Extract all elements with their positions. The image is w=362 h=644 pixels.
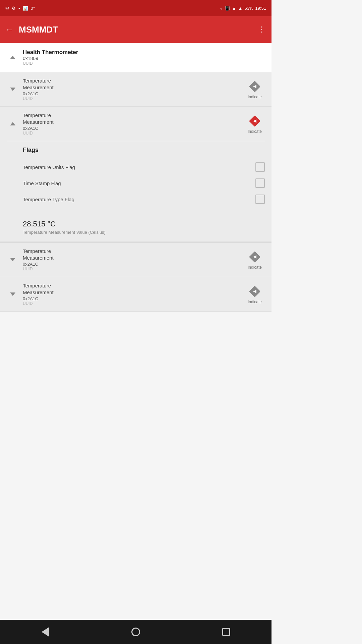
- flag-row-2: Time Stamp Flag: [23, 175, 272, 191]
- char2-indicate-icon: [247, 114, 262, 128]
- char4-name: TemperatureMeasurement: [23, 282, 241, 296]
- char-row-2-header: TemperatureMeasurement 0x2A1C UUID Indic…: [0, 107, 272, 141]
- char4-action[interactable]: Indicate: [245, 284, 265, 304]
- flag-row-1: Temperature Units Flag: [23, 159, 272, 175]
- status-left-icons: ✉ ⚙ ▪ 📊 0°: [5, 6, 35, 11]
- time-text: 19:51: [255, 6, 266, 11]
- service-info: Health Thermometer 0x1809 UUID: [23, 49, 78, 66]
- char-row-3: TemperatureMeasurement 0x2A1C UUID Indic…: [0, 243, 272, 277]
- wifi-icon: ▲: [232, 6, 236, 11]
- app-title: MSMMDT: [19, 24, 258, 35]
- status-right-icons: ⬦ 📳 ▲ ▲ 63% 19:51: [220, 6, 266, 11]
- char2-uuid-label: UUID: [23, 131, 241, 136]
- char1-indicate-icon: [247, 79, 262, 94]
- flags-section: Flags Temperature Units Flag Time Stamp …: [0, 141, 272, 213]
- char1-info: TemperatureMeasurement 0x2A1C UUID: [23, 77, 241, 101]
- char4-indicate-label: Indicate: [248, 300, 262, 304]
- char-row-2-container: TemperatureMeasurement 0x2A1C UUID Indic…: [0, 107, 272, 242]
- bluetooth-icon: ⬦: [220, 6, 223, 11]
- battery-text: 63%: [244, 6, 253, 11]
- temp-description: Temperature Measurement Value (Celsius): [23, 230, 272, 235]
- diamond-gray-svg: [248, 80, 261, 93]
- char3-chevron[interactable]: [7, 258, 19, 261]
- char3-indicate-label: Indicate: [248, 265, 262, 270]
- settings-icon: ⚙: [12, 6, 16, 11]
- signal-icon: ▲: [238, 6, 243, 11]
- flag2-checkbox[interactable]: [255, 178, 265, 188]
- diamond-gray-svg-3: [248, 251, 261, 263]
- service-name: Health Thermometer: [23, 49, 78, 56]
- char1-indicate-label: Indicate: [248, 95, 262, 99]
- nav-recents-icon: [222, 628, 230, 636]
- char3-indicate-icon: [247, 250, 262, 264]
- char1-uuid-label: UUID: [23, 96, 241, 101]
- service-header: Health Thermometer 0x1809 UUID: [0, 43, 272, 72]
- service-chevron[interactable]: [7, 56, 19, 59]
- char4-chevron[interactable]: [7, 292, 19, 296]
- back-button[interactable]: ←: [5, 25, 13, 34]
- char4-uuid-label: UUID: [23, 301, 241, 306]
- char3-info: TemperatureMeasurement 0x2A1C UUID: [23, 248, 241, 271]
- service-uuid: 0x1809: [23, 56, 78, 61]
- char3-action[interactable]: Indicate: [245, 250, 265, 270]
- char2-indicate-label: Indicate: [248, 129, 262, 134]
- nav-back-icon: [42, 627, 49, 637]
- status-bar: ✉ ⚙ ▪ 📊 0° ⬦ 📳 ▲ ▲ 63% 19:51: [0, 0, 272, 16]
- char3-name: TemperatureMeasurement: [23, 248, 241, 261]
- char1-name: TemperatureMeasurement: [23, 77, 241, 91]
- diamond-gray-svg-4: [248, 285, 261, 298]
- char2-action[interactable]: Indicate: [245, 114, 265, 134]
- chevron-down-icon-3: [10, 258, 15, 261]
- square-icon: ▪: [18, 6, 20, 11]
- chevron-up-icon-2: [10, 122, 15, 125]
- flag2-label: Time Stamp Flag: [23, 180, 61, 186]
- diamond-red-svg: [248, 115, 261, 127]
- char-row-1: TemperatureMeasurement 0x2A1C UUID Indic…: [0, 72, 272, 107]
- char1-chevron[interactable]: [7, 88, 19, 91]
- chevron-down-icon-4: [10, 292, 15, 296]
- char2-name: TemperatureMeasurement: [23, 112, 241, 125]
- char-row-4: TemperatureMeasurement 0x2A1C UUID Indic…: [0, 277, 272, 312]
- char4-info: TemperatureMeasurement 0x2A1C UUID: [23, 282, 241, 306]
- bottom-spacer: [0, 312, 272, 336]
- menu-button[interactable]: ⋮: [258, 25, 266, 34]
- chevron-down-icon: [10, 88, 15, 91]
- flag3-label: Temperature Type Flag: [23, 197, 74, 202]
- char1-action[interactable]: Indicate: [245, 79, 265, 99]
- flag1-label: Temperature Units Flag: [23, 164, 75, 170]
- nav-recents-button[interactable]: [216, 622, 236, 642]
- nav-back-button[interactable]: [35, 622, 55, 642]
- flag-row-3: Temperature Type Flag: [23, 191, 272, 207]
- degree-icon: 0°: [31, 6, 35, 11]
- char2-info: TemperatureMeasurement 0x2A1C UUID: [23, 112, 241, 136]
- content-area: Health Thermometer 0x1809 UUID Temperatu…: [0, 43, 272, 336]
- nav-home-icon: [131, 628, 140, 636]
- char3-uuid: 0x2A1C: [23, 262, 241, 267]
- chart-icon: 📊: [23, 6, 28, 11]
- flag3-checkbox[interactable]: [255, 195, 265, 204]
- char4-indicate-icon: [247, 284, 262, 299]
- chevron-up-icon: [10, 56, 15, 59]
- char2-uuid: 0x2A1C: [23, 126, 241, 131]
- app-bar: ← MSMMDT ⋮: [0, 16, 272, 43]
- char4-uuid: 0x2A1C: [23, 296, 241, 301]
- temperature-section: 28.515 °C Temperature Measurement Value …: [0, 213, 272, 242]
- service-uuid-label: UUID: [23, 61, 78, 66]
- char2-chevron[interactable]: [7, 122, 19, 125]
- vibrate-icon: 📳: [225, 6, 230, 11]
- flag1-checkbox[interactable]: [255, 162, 265, 172]
- temp-value: 28.515 °C: [23, 220, 272, 228]
- char3-uuid-label: UUID: [23, 267, 241, 271]
- char1-uuid: 0x2A1C: [23, 91, 241, 96]
- flags-title: Flags: [23, 147, 272, 154]
- mail-icon: ✉: [5, 6, 9, 11]
- nav-home-button[interactable]: [126, 622, 146, 642]
- bottom-nav: [0, 620, 272, 644]
